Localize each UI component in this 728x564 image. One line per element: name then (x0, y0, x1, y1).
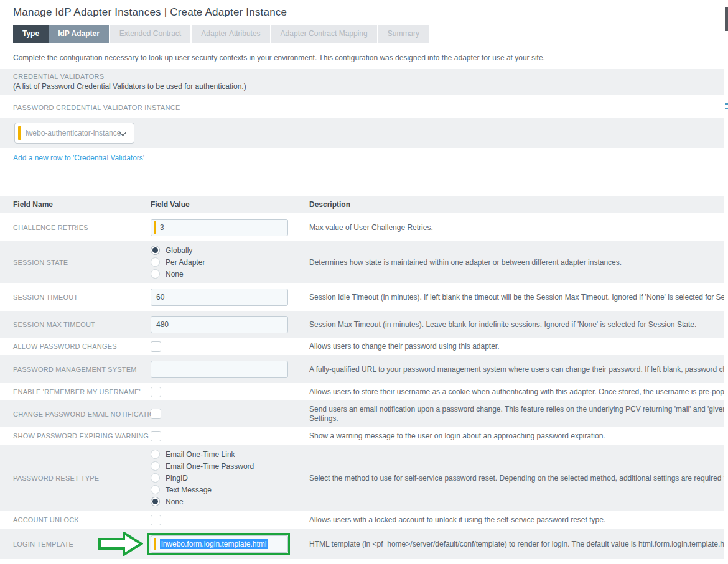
table-row: CHALLENGE RETRIES Max value of User Chal… (0, 213, 724, 241)
table-row: ACCOUNT UNLOCK Allows users with a locke… (0, 511, 724, 529)
pcv-instance-label-row: PASSWORD CREDENTIAL VALIDATOR INSTANCE (0, 95, 724, 118)
radio-selected-icon (151, 497, 160, 506)
annotation-arrow-icon (98, 532, 143, 556)
table-row: SHOW PASSWORD EXPIRING WARNING Show a wa… (0, 427, 724, 445)
radio-unselected-icon (151, 450, 160, 459)
vertical-scrollbar[interactable] (724, 0, 728, 564)
radio-text-message[interactable]: Text Message (151, 484, 309, 496)
credential-validators-title: CREDENTIAL VALIDATORS (13, 73, 724, 80)
modified-indicator-bar (154, 221, 156, 234)
credential-validators-subtitle: (A list of Password Credential Validator… (13, 82, 724, 91)
column-header-field-value: Field Value (151, 200, 309, 209)
radio-globally[interactable]: Globally (151, 244, 309, 256)
password-management-system-input[interactable] (151, 361, 288, 378)
scrollbar-thumb[interactable] (725, 7, 728, 31)
credential-validators-section-header: CREDENTIAL VALIDATORS (A list of Passwor… (0, 69, 724, 95)
radio-unselected-icon (151, 269, 160, 279)
enable-remember-username-checkbox[interactable] (151, 387, 161, 397)
allow-password-changes-checkbox[interactable] (151, 341, 161, 352)
selected-text: inwebo.form.login.template.html (160, 539, 268, 549)
table-row: ALLOW PASSWORD CHANGES Allows users to c… (0, 338, 724, 355)
tab-summary: Summary (378, 25, 429, 43)
intro-text: Complete the configuration necessary to … (13, 53, 724, 62)
modified-indicator-bar (18, 126, 21, 140)
tab-idp-adapter[interactable]: IdP Adapter (49, 25, 109, 43)
session-timeout-input[interactable] (151, 289, 288, 306)
radio-unselected-icon (151, 485, 160, 494)
radio-email-one-time-link[interactable]: Email One-Time Link (151, 448, 309, 460)
scrollbar-mark (725, 103, 728, 105)
add-credential-validator-link[interactable]: Add a new row to 'Credential Validators' (13, 154, 144, 162)
pcv-instance-selected-value: iwebo-authenticator-instance (26, 129, 121, 137)
show-password-expiring-warning-checkbox[interactable] (151, 431, 161, 441)
scrollbar-mark (725, 108, 728, 109)
tab-adapter-contract-mapping: Adapter Contract Mapping (271, 25, 377, 43)
challenge-retries-input[interactable] (151, 219, 288, 236)
pcv-instance-row: iwebo-authenticator-instance (0, 118, 724, 148)
radio-pingid[interactable]: PingID (151, 472, 309, 484)
session-state-radio-group: Globally Per Adapter None (151, 244, 309, 280)
pingfederate-admin-page: Manage IdP Adapter Instances | Create Ad… (0, 0, 728, 564)
radio-none[interactable]: None (151, 268, 309, 280)
radio-email-one-time-password[interactable]: Email One-Time Password (151, 460, 309, 472)
table-row: LOGIN TEMPLATE inwebo.form.login.templat… (0, 529, 724, 559)
radio-unselected-icon (151, 257, 160, 267)
table-row: SESSION STATE Globally Per Adapter None (0, 241, 724, 283)
tab-extended-contract: Extended Contract (110, 25, 190, 43)
table-row: SESSION TIMEOUT Session Idle Timeout (in… (0, 283, 724, 311)
modified-indicator-bar (154, 538, 156, 550)
radio-unselected-icon (151, 473, 160, 483)
password-reset-type-radio-group: Email One-Time Link Email One-Time Passw… (151, 448, 309, 507)
tab-type[interactable]: Type (13, 25, 49, 43)
table-row: LOGOUT PATH Path on the PingFederate ser… (0, 559, 724, 564)
pcv-instance-label: PASSWORD CREDENTIAL VALIDATOR INSTANCE (13, 104, 180, 111)
page-title: Manage IdP Adapter Instances | Create Ad… (13, 6, 724, 19)
account-unlock-checkbox[interactable] (151, 515, 161, 525)
radio-unselected-icon (151, 461, 160, 471)
table-row: PASSWORD RESET TYPE Email One-Time Link … (0, 445, 724, 511)
table-row: SESSION MAX TIMEOUT Session Max Timeout … (0, 311, 724, 338)
table-header-row: Field Name Field Value Description (0, 196, 724, 213)
pcv-instance-select[interactable]: iwebo-authenticator-instance (14, 123, 134, 144)
column-header-field-name: Field Name (13, 200, 151, 209)
session-max-timeout-input[interactable] (151, 316, 288, 333)
radio-selected-icon (151, 246, 160, 255)
tab-adapter-attributes: Adapter Attributes (192, 25, 269, 43)
adapter-fields-table: Field Name Field Value Description CHALL… (0, 196, 724, 564)
wizard-tab-bar: Type IdP Adapter Extended Contract Adapt… (13, 25, 724, 43)
table-row: PASSWORD MANAGEMENT SYSTEM A fully-quali… (0, 355, 724, 383)
table-row: CHANGE PASSWORD EMAIL NOTIFICATION Send … (0, 400, 724, 427)
table-row: ENABLE 'REMEMBER MY USERNAME' Allows use… (0, 383, 724, 400)
column-header-description: Description (309, 200, 724, 209)
change-password-email-notification-checkbox[interactable] (151, 409, 161, 419)
radio-none[interactable]: None (151, 496, 309, 507)
radio-per-adapter[interactable]: Per Adapter (151, 256, 309, 268)
login-template-input[interactable]: inwebo.form.login.template.html (151, 535, 288, 553)
